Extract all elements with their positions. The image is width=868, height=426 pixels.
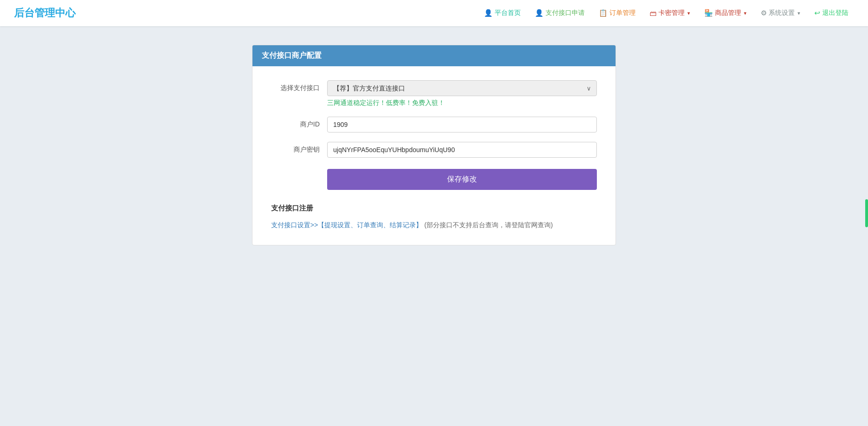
merchant-key-input[interactable]: [327, 142, 597, 158]
save-wrap: 保存修改: [327, 167, 597, 190]
payment-config-card: 支付接口商户配置 选择支付接口 【荐】官方支付直连接口 三网通道稳定运行！低费率…: [252, 45, 616, 245]
products-icon: 🏪: [704, 9, 713, 17]
main-content: 支付接口商户配置 选择支付接口 【荐】官方支付直连接口 三网通道稳定运行！低费率…: [0, 26, 868, 264]
card-body: 选择支付接口 【荐】官方支付直连接口 三网通道稳定运行！低费率！免费入驻！ 商户…: [252, 66, 616, 245]
nav-settings[interactable]: ⚙ 系统设置 ▾: [755, 6, 806, 20]
promo-text: 三网通道稳定运行！低费率！免费入驻！: [327, 99, 597, 107]
settings-dropdown-arrow: ▾: [798, 10, 800, 16]
nav-orders[interactable]: 📋 订单管理: [593, 6, 641, 20]
merchant-id-input[interactable]: [327, 117, 597, 133]
nav-products[interactable]: 🏪 商品管理 ▾: [699, 6, 752, 20]
save-label-spacer: [271, 167, 327, 171]
products-dropdown-arrow: ▾: [744, 10, 747, 16]
nav-card-label: 卡密管理: [658, 9, 685, 17]
select-payment-group: 选择支付接口 【荐】官方支付直连接口 三网通道稳定运行！低费率！免费入驻！: [271, 80, 597, 107]
nav-items: 👤 平台首页 👤 支付接口申请 📋 订单管理 🗃 卡密管理 ▾ 🏪 商品管理 ▾…: [478, 6, 854, 20]
navbar: 后台管理中心 👤 平台首页 👤 支付接口申请 📋 订单管理 🗃 卡密管理 ▾ 🏪…: [0, 0, 868, 26]
save-button[interactable]: 保存修改: [327, 169, 597, 190]
nav-settings-label: 系统设置: [769, 9, 795, 17]
merchant-key-group: 商户密钥: [271, 142, 597, 158]
card-title: 支付接口商户配置: [262, 51, 322, 59]
nav-home-label: 平台首页: [495, 9, 521, 17]
settings-note: (部分接口不支持后台查询，请登陆官网查询): [424, 221, 553, 229]
merchant-key-label: 商户密钥: [271, 142, 327, 154]
card-dropdown-arrow: ▾: [687, 10, 690, 16]
scrollbar-indicator[interactable]: [865, 199, 868, 227]
orders-icon: 📋: [599, 9, 608, 17]
nav-logout-label: 退出登陆: [822, 9, 848, 17]
merchant-id-group: 商户ID: [271, 117, 597, 133]
merchant-key-wrap: [327, 142, 597, 158]
payment-settings-link[interactable]: 支付接口设置>>【提现设置、订单查询、结算记录】: [271, 221, 422, 229]
nav-home[interactable]: 👤 平台首页: [478, 6, 526, 20]
home-person-icon: 👤: [484, 9, 493, 17]
nav-products-label: 商品管理: [715, 9, 741, 17]
nav-payment-apply[interactable]: 👤 支付接口申请: [529, 6, 590, 20]
nav-card[interactable]: 🗃 卡密管理 ▾: [644, 6, 696, 20]
select-payment-label: 选择支付接口: [271, 80, 327, 92]
settings-gear-icon: ⚙: [761, 9, 767, 17]
card-header: 支付接口商户配置: [252, 45, 616, 66]
payment-person-icon: 👤: [535, 9, 544, 17]
select-payment-select[interactable]: 【荐】官方支付直连接口: [327, 80, 597, 96]
brand-title[interactable]: 后台管理中心: [14, 6, 76, 20]
save-button-group: 保存修改: [271, 167, 597, 190]
settings-link-row: 支付接口设置>>【提现设置、订单查询、结算记录】 (部分接口不支持后台查询，请登…: [271, 219, 597, 231]
section-divider: 支付接口注册: [271, 199, 597, 215]
nav-payment-apply-label: 支付接口申请: [546, 9, 585, 17]
register-section-title: 支付接口注册: [271, 199, 597, 215]
nav-orders-label: 订单管理: [609, 9, 636, 17]
card-icon: 🗃: [650, 9, 657, 17]
merchant-id-label: 商户ID: [271, 117, 327, 129]
merchant-id-wrap: [327, 117, 597, 133]
nav-logout[interactable]: ↩ 退出登陆: [809, 6, 854, 20]
logout-icon: ↩: [814, 9, 820, 17]
select-payment-select-wrapper: 【荐】官方支付直连接口: [327, 80, 597, 96]
select-payment-wrap: 【荐】官方支付直连接口 三网通道稳定运行！低费率！免费入驻！: [327, 80, 597, 107]
